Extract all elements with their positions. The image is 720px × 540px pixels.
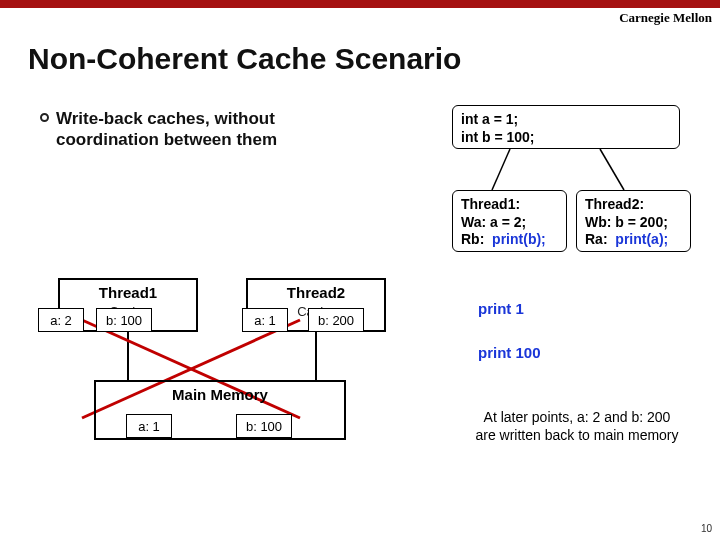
thread1-cache-a: a: 2 bbox=[38, 308, 84, 332]
main-memory-box: Main Memory a: 1 b: 100 bbox=[94, 380, 346, 440]
brand-label: Carnegie Mellon bbox=[619, 10, 712, 26]
thread2-cache-a: a: 1 bbox=[242, 308, 288, 332]
thread1-wa: Wa: a = 2; bbox=[461, 214, 526, 230]
writeback-note: At later points, a: 2 and b: 200 are wri… bbox=[452, 408, 702, 444]
bullet-line1: Write-back caches, without bbox=[56, 109, 275, 128]
thread2-ra-lbl: Ra: bbox=[585, 231, 608, 247]
main-memory-a: a: 1 bbox=[126, 414, 172, 438]
init-line2: int b = 100; bbox=[461, 129, 535, 145]
thread1-cache-label: Thread1 bbox=[60, 284, 196, 301]
thread1-code-box: Thread1: Wa: a = 2; Rb: print(b); bbox=[452, 190, 567, 252]
thread2-wb: Wb: b = 200; bbox=[585, 214, 668, 230]
bullet-item: Write-back caches, without coordination … bbox=[56, 108, 277, 151]
svg-line-1 bbox=[600, 149, 624, 190]
print-output-1: print 1 bbox=[478, 300, 524, 317]
print-output-2: print 100 bbox=[478, 344, 541, 361]
thread2-ra-call: print(a); bbox=[615, 231, 668, 247]
bullet-icon bbox=[40, 113, 49, 122]
thread2-cache-box: Thread2 Cache a: 1 b: 200 bbox=[246, 278, 386, 332]
bullet-line2: coordination between them bbox=[56, 130, 277, 149]
page-title: Non-Coherent Cache Scenario bbox=[28, 42, 461, 76]
thread1-title: Thread1: bbox=[461, 196, 520, 212]
note-line2: are written back to main memory bbox=[475, 427, 678, 443]
thread1-rb-lbl: Rb: bbox=[461, 231, 484, 247]
page-number: 10 bbox=[701, 523, 712, 534]
main-memory-b: b: 100 bbox=[236, 414, 292, 438]
thread1-cache-b: b: 100 bbox=[96, 308, 152, 332]
thread2-code-box: Thread2: Wb: b = 200; Ra: print(a); bbox=[576, 190, 691, 252]
main-memory-label: Main Memory bbox=[96, 386, 344, 403]
init-code-box: int a = 1; int b = 100; bbox=[452, 105, 680, 149]
thread2-title: Thread2: bbox=[585, 196, 644, 212]
brand-bar bbox=[0, 0, 720, 8]
thread1-cache-box: Thread1 Cache a: 2 b: 100 bbox=[58, 278, 198, 332]
thread1-rb-call: print(b); bbox=[492, 231, 546, 247]
connector-svg bbox=[0, 0, 720, 540]
thread2-cache-b: b: 200 bbox=[308, 308, 364, 332]
note-line1: At later points, a: 2 and b: 200 bbox=[484, 409, 671, 425]
thread2-cache-label: Thread2 bbox=[248, 284, 384, 301]
init-line1: int a = 1; bbox=[461, 111, 518, 127]
svg-line-0 bbox=[492, 149, 510, 190]
